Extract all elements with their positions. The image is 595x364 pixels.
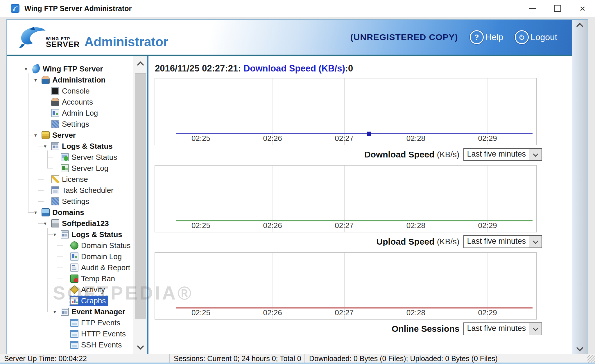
expander-triangle-icon[interactable]: ▼ (24, 67, 31, 71)
sidebar-item-domain-log[interactable]: Domain Log (7, 251, 133, 262)
sidebar-item-logs-status[interactable]: ▼Logs & Status (7, 141, 133, 152)
online-sessions-range-select[interactable]: Last five minutes (463, 322, 542, 335)
sidebar-item-admin-log[interactable]: Admin Log (7, 107, 133, 119)
expander-triangle-icon[interactable]: ▼ (33, 133, 41, 138)
series-line (176, 220, 533, 221)
sidebar-item-audit-report[interactable]: Audit & Report (7, 262, 133, 273)
dropdown-arrow-button[interactable] (529, 236, 542, 248)
app-frame: WING FTP SERVER Administrator (UNREGISTE… (6, 19, 588, 355)
chart-title: Upload Speed (377, 237, 435, 247)
status-transfer: Downloaded: 0 Bytes (0 Files); Uploaded:… (305, 354, 595, 363)
sidebar-item-label: Settings (62, 197, 89, 206)
series-line (176, 133, 533, 134)
sidebar-scrollbar[interactable] (133, 56, 147, 354)
maximize-button[interactable] (545, 0, 570, 17)
sidebar-item-server-log[interactable]: Server Log (7, 163, 133, 174)
chevron-down-icon (576, 344, 583, 351)
download-speed-range-select[interactable]: Last five minutes (463, 148, 542, 161)
sidebar-item-domain-status[interactable]: Domain Status (7, 240, 133, 251)
expander-triangle-icon[interactable]: ▼ (53, 309, 60, 314)
sidebar-item-label: Domain Status (81, 241, 131, 250)
server-status-icon (61, 153, 69, 161)
logs-status-icon (51, 142, 59, 150)
chart-title: Download Speed (364, 150, 435, 159)
question-mark-icon: ? (470, 30, 484, 44)
power-icon (515, 30, 529, 44)
upload-speed-range-select[interactable]: Last five minutes (463, 235, 542, 248)
sidebar-item-settings[interactable]: Settings (7, 196, 133, 207)
sidebar-item-settings[interactable]: Settings (7, 119, 133, 130)
http-events-icon (70, 330, 78, 338)
sidebar-item-label: Temp Ban (81, 274, 115, 283)
x-axis-tick-label: 02:29 (478, 308, 497, 317)
sidebar-item-label: FTP Events (81, 318, 120, 327)
expander-triangle-icon[interactable]: ▼ (53, 232, 60, 237)
sidebar-item-label: Softpedia123 (62, 219, 109, 228)
administration-icon (42, 76, 50, 84)
settings-icon (51, 197, 59, 205)
domain-log-icon (70, 252, 78, 261)
help-button[interactable]: ? Help (470, 30, 503, 44)
expander-triangle-icon[interactable]: ▼ (43, 144, 51, 149)
logout-button[interactable]: Logout (515, 30, 557, 44)
sidebar-item-event-manager[interactable]: ▼Event Manager (7, 306, 133, 317)
sidebar-item-http-events[interactable]: HTTP Events (7, 328, 133, 339)
main-scrollbar[interactable] (572, 20, 587, 354)
sidebar-item-wing-ftp-server[interactable]: ▼Wing FTP Server (7, 63, 133, 74)
sidebar-item-label: Event Manager (71, 307, 125, 316)
sidebar-item-task-scheduler[interactable]: Task Scheduler (7, 185, 133, 196)
expander-triangle-icon[interactable]: ▼ (33, 210, 41, 215)
sidebar-item-domains[interactable]: ▼Domains (7, 207, 133, 218)
scroll-up-button[interactable] (572, 24, 587, 29)
dropdown-arrow-button[interactable] (529, 149, 542, 160)
expander-triangle-icon[interactable]: ▼ (33, 78, 41, 83)
sidebar-item-label: Logs & Status (62, 142, 113, 151)
current-point-marker (367, 132, 371, 136)
sidebar-item-server[interactable]: ▼Server (7, 130, 133, 141)
close-button[interactable]: × (570, 0, 595, 17)
chart-label-row: Download Speed (KB/s) Last five minutes (155, 148, 542, 161)
sidebar-item-activity[interactable]: Activity (7, 284, 133, 295)
dropdown-arrow-button[interactable] (529, 323, 542, 335)
window-title: Wing FTP Server Administrator (24, 4, 132, 13)
chevron-down-icon (533, 151, 538, 157)
sidebar-item-ssh-events[interactable]: SSH Events (7, 339, 133, 350)
sidebar-item-temp-ban[interactable]: Temp Ban (7, 273, 133, 284)
sidebar-item-server-status[interactable]: Server Status (7, 152, 133, 163)
console-icon (51, 87, 59, 95)
sidebar-item-label: Audit & Report (81, 263, 130, 272)
x-axis-tick-label: 02:25 (191, 134, 210, 143)
sidebar-item-graphs[interactable]: Graphs (7, 295, 133, 306)
scroll-up-button[interactable] (133, 58, 147, 71)
sidebar: ▼Wing FTP Server▼AdministrationConsoleAc… (7, 56, 148, 354)
scroll-down-button[interactable] (133, 339, 147, 353)
sidebar-item-console[interactable]: Console (7, 85, 133, 96)
domains-icon (42, 208, 50, 216)
sidebar-item-label: Wing FTP Server (43, 64, 103, 73)
scroll-down-button[interactable] (572, 345, 587, 350)
window-titlebar: Wing FTP Server Administrator × (0, 0, 595, 17)
fish-logo-icon (16, 24, 51, 50)
expander-triangle-icon[interactable]: ▼ (43, 221, 51, 226)
task-scheduler-icon (51, 186, 59, 194)
sidebar-item-ftp-events[interactable]: FTP Events (7, 317, 133, 328)
resize-grip-icon[interactable] (587, 355, 595, 363)
app-header: WING FTP SERVER Administrator (UNREGISTE… (7, 20, 572, 55)
x-axis-tick-label: 02:28 (406, 221, 425, 230)
app-window: Wing FTP Server Administrator × (0, 0, 595, 364)
x-axis-tick-label: 02:27 (335, 308, 354, 317)
sidebar-item-label: HTTP Events (81, 329, 126, 338)
page-title: 2016/11/25 02:27:21: Download Speed (KB/… (155, 63, 572, 74)
accounts-icon (51, 98, 59, 106)
minimize-button[interactable] (520, 0, 545, 17)
sidebar-item-accounts[interactable]: Accounts (7, 96, 133, 107)
sidebar-item-logs-status[interactable]: ▼Logs & Status (7, 229, 133, 240)
scrollbar-thumb[interactable] (135, 73, 146, 319)
chevron-down-icon (137, 343, 144, 349)
brand-wordmark: WING FTP SERVER (46, 37, 80, 49)
chevron-up-icon (576, 23, 583, 30)
sidebar-item-administration[interactable]: ▼Administration (7, 74, 133, 85)
navigation-tree: ▼Wing FTP Server▼AdministrationConsoleAc… (7, 56, 133, 354)
sidebar-item-softpedia123[interactable]: ▼Softpedia123 (7, 218, 133, 229)
sidebar-item-license[interactable]: License (7, 174, 133, 185)
